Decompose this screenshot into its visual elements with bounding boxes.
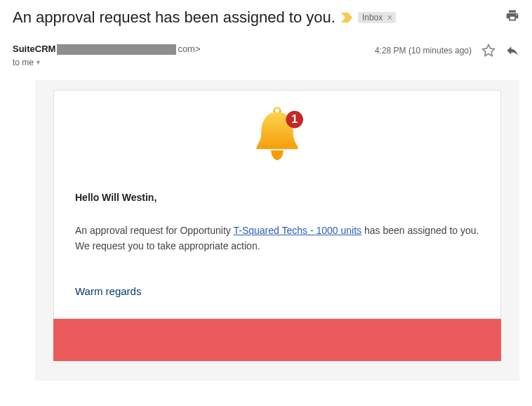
recipient-line[interactable]: to me ▼: [13, 58, 201, 67]
timestamp: 4:28 PM (10 minutes ago): [375, 46, 472, 55]
email-subject: An approval request has been assigned to…: [13, 8, 335, 27]
print-icon[interactable]: [505, 8, 519, 22]
card-content: Hello Will Westin, An approval request f…: [54, 183, 500, 318]
star-icon[interactable]: [481, 44, 496, 58]
email-header: An approval request has been assigned to…: [0, 0, 532, 27]
email-meta-row: SuiteCRMcom> to me ▼ 4:28 PM (10 minutes…: [0, 27, 532, 72]
sender-domain: com>: [178, 44, 200, 54]
chevron-down-icon: ▼: [35, 59, 41, 66]
redacted-bar: [57, 44, 176, 55]
email-body-container: 1 Hello Will Westin, An approval request…: [35, 80, 519, 381]
important-marker-icon[interactable]: [341, 13, 352, 22]
badge-count: 1: [291, 113, 298, 125]
to-text: to me: [13, 58, 34, 67]
inbox-label-text: Inbox: [362, 13, 383, 22]
sender-block: SuiteCRMcom> to me ▼: [13, 44, 201, 67]
reply-icon[interactable]: [505, 44, 519, 58]
bell-icon: 1: [246, 105, 308, 166]
body-prefix: An approval request for Opportunity: [75, 225, 233, 236]
greeting-text: Hello Will Westin,: [75, 192, 479, 203]
body-text: An approval request for Opportunity T-Sq…: [75, 223, 479, 254]
inbox-label-chip[interactable]: Inbox ×: [358, 12, 397, 23]
red-footer-bar: [53, 319, 501, 361]
subject-line: An approval request has been assigned to…: [13, 8, 505, 27]
opportunity-link[interactable]: T-Squared Techs - 1000 units: [233, 225, 361, 236]
sender-name: SuiteCRM: [13, 44, 55, 54]
notification-bell-wrap: 1: [54, 91, 500, 183]
right-meta: 4:28 PM (10 minutes ago): [375, 44, 519, 58]
email-content-card: 1 Hello Will Westin, An approval request…: [53, 90, 501, 319]
signoff-text: Warm regards: [75, 285, 479, 297]
close-icon[interactable]: ×: [387, 13, 394, 22]
